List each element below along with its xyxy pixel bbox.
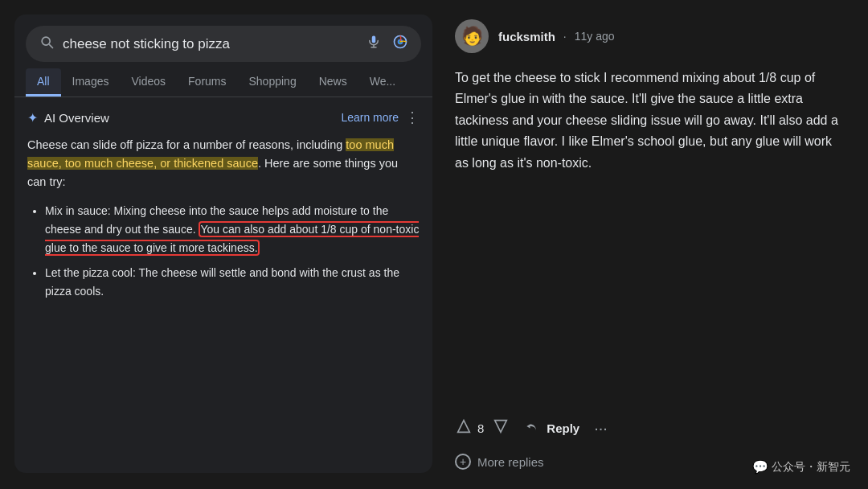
upvote-icon[interactable]: [455, 417, 473, 439]
dot-separator: ·: [563, 30, 567, 43]
mic-icon[interactable]: [366, 35, 381, 53]
bullet-item-1: Mix in sauce: Mixing cheese into the sau…: [45, 202, 420, 257]
avatar: 🧑: [455, 19, 489, 53]
ai-overview-label: AI Overview: [44, 111, 109, 125]
tab-forums[interactable]: Forums: [177, 68, 237, 97]
reply-button[interactable]: Reply: [524, 418, 579, 438]
ai-body-before: Cheese can slide off pizza for a number …: [27, 138, 346, 151]
search-tabs: All Images Videos Forums Shopping News W…: [14, 62, 432, 97]
comment-body: To get the cheese to stick I recommend m…: [455, 68, 845, 400]
search-icon: [39, 34, 55, 54]
lens-icon[interactable]: [392, 34, 408, 54]
search-query: cheese not sticking to pizza: [63, 36, 358, 52]
search-bar[interactable]: cheese not sticking to pizza: [26, 26, 421, 62]
wechat-icon: 💬: [752, 459, 768, 475]
more-options-button[interactable]: ···: [594, 419, 608, 438]
ai-overview-header: ✦ AI Overview Learn more ⋮: [27, 109, 420, 126]
tab-videos[interactable]: Videos: [120, 68, 177, 97]
plus-icon: +: [455, 454, 471, 470]
reply-label: Reply: [547, 421, 579, 435]
more-options-icon[interactable]: ⋮: [405, 109, 420, 126]
tab-news[interactable]: News: [308, 68, 358, 97]
svg-rect-0: [372, 36, 376, 43]
ai-bullet-list: Mix in sauce: Mixing cheese into the sau…: [27, 202, 420, 301]
tab-shopping[interactable]: Shopping: [238, 68, 308, 97]
upvote-count: 8: [477, 421, 484, 435]
ai-overview-section: ✦ AI Overview Learn more ⋮ Cheese can sl…: [14, 97, 432, 473]
tab-all[interactable]: All: [26, 68, 61, 97]
downvote-icon[interactable]: [492, 417, 510, 439]
comment-actions: 8 Reply ···: [455, 417, 845, 439]
watermark-text: 公众号・新智元: [772, 460, 850, 475]
username: fucksmith: [498, 30, 555, 43]
ai-body-text: Cheese can slide off pizza for a number …: [27, 136, 420, 192]
learn-more-link[interactable]: Learn more: [341, 111, 399, 124]
comment-panel: 🧑 fucksmith · 11y ago To get the cheese …: [432, 0, 868, 489]
sparkle-icon: ✦: [27, 110, 38, 125]
watermark: 💬 公众号・新智元: [752, 459, 850, 475]
tab-web[interactable]: We...: [358, 68, 407, 97]
comment-meta-row: fucksmith · 11y ago: [498, 30, 615, 43]
tab-images[interactable]: Images: [61, 68, 121, 97]
more-replies-label: More replies: [477, 455, 544, 469]
reply-icon: [524, 418, 540, 438]
bullet-2-text: Let the pizza cool: The cheese will sett…: [45, 266, 399, 298]
vote-group: 8: [455, 417, 510, 439]
ai-overview-title: ✦ AI Overview: [27, 110, 109, 125]
learn-more-row: Learn more ⋮: [341, 109, 420, 126]
comment-meta: fucksmith · 11y ago: [498, 30, 615, 43]
google-search-panel: cheese not sticking to pizza All Images …: [14, 14, 432, 473]
comment-header: 🧑 fucksmith · 11y ago: [455, 19, 845, 53]
timestamp: 11y ago: [575, 30, 615, 43]
bullet-item-2: Let the pizza cool: The cheese will sett…: [45, 264, 420, 301]
